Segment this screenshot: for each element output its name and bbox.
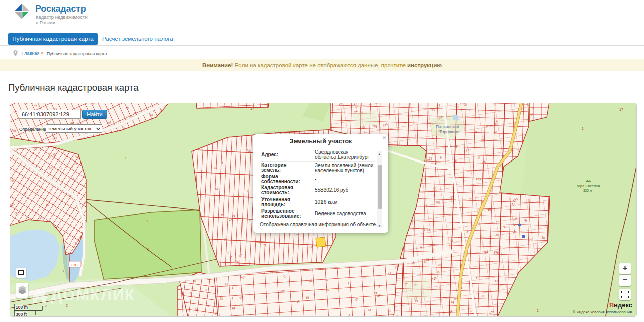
svg-text:300 ft: 300 ft (16, 312, 27, 317)
svg-text:91: 91 (388, 309, 392, 313)
svg-text:21: 21 (225, 283, 229, 286)
svg-text:44: 44 (215, 187, 218, 190)
svg-text:17: 17 (619, 108, 623, 111)
svg-text:15: 15 (470, 190, 474, 193)
svg-text:335 м: 335 м (583, 189, 592, 192)
svg-text:76: 76 (125, 106, 129, 109)
svg-text:Торфяник: Торфяник (439, 129, 459, 134)
svg-text:гора Светлая: гора Светлая (577, 184, 600, 188)
svg-text:24: 24 (40, 216, 43, 219)
svg-text:58: 58 (223, 238, 227, 242)
svg-text:1: 1 (147, 248, 149, 251)
svg-text:44: 44 (34, 104, 37, 107)
svg-text:103: 103 (429, 243, 435, 247)
svg-text:58: 58 (150, 113, 153, 117)
svg-text:1: 1 (582, 127, 584, 130)
svg-text:3: 3 (62, 269, 64, 273)
svg-text:2: 2 (200, 170, 202, 173)
svg-text:15: 15 (221, 214, 224, 217)
svg-text:125: 125 (427, 157, 433, 160)
svg-text:103: 103 (476, 178, 481, 181)
svg-text:58: 58 (306, 296, 310, 299)
svg-text:33: 33 (374, 292, 377, 295)
svg-text:17: 17 (325, 278, 329, 281)
svg-text:Палкинский: Палкинский (436, 124, 459, 129)
svg-text:100 m: 100 m (16, 305, 28, 310)
svg-text:1: 1 (247, 189, 249, 193)
svg-text:21: 21 (309, 279, 313, 282)
svg-text:17: 17 (250, 107, 254, 110)
svg-text:138: 138 (71, 263, 78, 267)
svg-text:103: 103 (454, 105, 460, 109)
svg-text:103: 103 (106, 121, 111, 124)
svg-text:15: 15 (46, 203, 49, 206)
svg-text:58: 58 (436, 200, 440, 203)
svg-text:1: 1 (537, 309, 539, 312)
svg-text:24: 24 (531, 107, 534, 110)
svg-text:10: 10 (362, 276, 366, 280)
svg-text:15: 15 (487, 208, 491, 211)
svg-text:17: 17 (249, 219, 252, 222)
svg-text:12: 12 (208, 305, 211, 308)
svg-text:76: 76 (74, 162, 77, 165)
svg-text:17: 17 (354, 103, 358, 106)
svg-text:15: 15 (411, 261, 415, 265)
svg-text:1: 1 (146, 219, 148, 223)
svg-text:1: 1 (125, 156, 127, 160)
svg-text:17: 17 (134, 111, 137, 115)
svg-text:44: 44 (191, 287, 194, 290)
